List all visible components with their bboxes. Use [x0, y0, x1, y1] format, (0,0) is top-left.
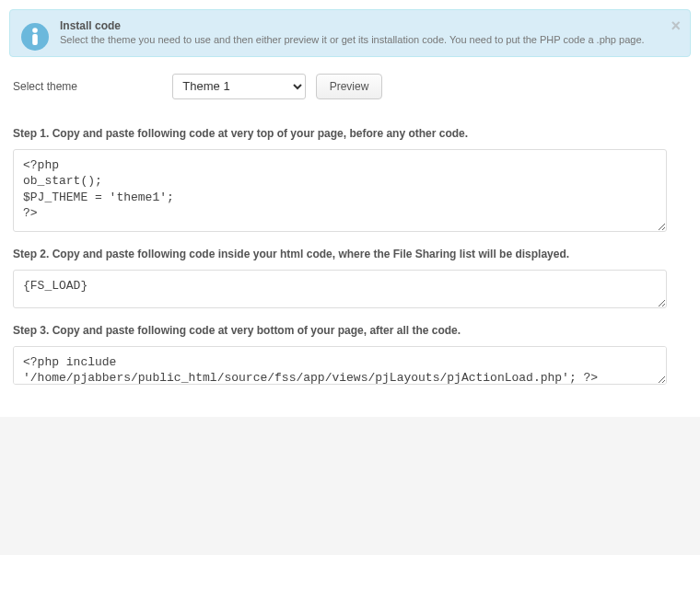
- step2-code[interactable]: [13, 270, 667, 308]
- select-theme-row: Select theme Theme 1 Preview: [9, 70, 691, 114]
- select-theme-label: Select theme: [13, 80, 169, 93]
- step2-title: Step 2. Copy and paste following code in…: [13, 248, 687, 260]
- footer-strip: [0, 417, 700, 555]
- alert-body: Select the theme you need to use and the…: [60, 33, 677, 47]
- step3-code[interactable]: [13, 346, 667, 385]
- svg-rect-2: [32, 34, 38, 45]
- step1-title: Step 1. Copy and paste following code at…: [13, 127, 687, 140]
- theme-select[interactable]: Theme 1: [172, 74, 306, 99]
- install-panel: × Install code Select the theme you need…: [0, 0, 700, 397]
- install-info-alert: × Install code Select the theme you need…: [9, 9, 691, 57]
- step3-title: Step 3. Copy and paste following code at…: [13, 324, 687, 337]
- preview-button[interactable]: Preview: [316, 74, 383, 99]
- svg-point-1: [32, 28, 38, 33]
- close-icon[interactable]: ×: [671, 17, 681, 34]
- info-icon: [20, 22, 50, 52]
- alert-title: Install code: [60, 19, 677, 32]
- step1-code[interactable]: [13, 149, 667, 232]
